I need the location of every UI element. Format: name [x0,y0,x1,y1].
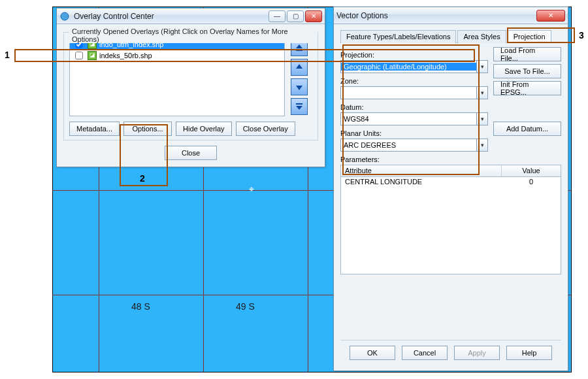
hide-overlay-button[interactable]: Hide Overlay [176,122,232,136]
window-title: Overlay Control Center [74,12,269,21]
titlebar[interactable]: Vector Options ✕ [334,7,568,24]
close-window-button[interactable]: ✕ [536,10,565,22]
cursor-icon: ⌖ [249,184,254,195]
vector-options-window: Vector Options ✕ Feature Types/Labels/El… [333,7,568,371]
overlay-control-window: Overlay Control Center — ▢ ✕ Currently O… [56,8,325,167]
window-title: Vector Options [336,11,536,20]
annotation-number: 2 [140,173,145,184]
annotation-number: 3 [579,30,584,41]
maximize-button[interactable]: ▢ [287,10,304,22]
map-label: 48 S [131,301,150,312]
overlay-name: indeks_50rb.shp [99,52,152,59]
help-button[interactable]: Help [506,346,552,360]
move-down-button[interactable] [291,78,308,95]
projection-combo[interactable]: Geographic (Latitude/Longitude) [340,60,488,73]
parameters-list[interactable]: CENTRAL LONGITUDE 0 [340,176,561,274]
planar-units-value: ARC DEGREES [341,141,476,149]
titlebar[interactable]: Overlay Control Center — ▢ ✕ [57,8,325,24]
tab-feature-types[interactable]: Feature Types/Labels/Elevations [340,30,456,43]
groupbox-legend: Currently Opened Overlays (Right Click o… [69,27,318,43]
dialog-footer: OK Cancel Apply Help [340,340,561,364]
close-dialog-button[interactable]: Close [165,146,217,160]
move-bottom-button[interactable] [291,98,308,115]
svg-point-0 [61,12,69,20]
tab-projection[interactable]: Projection [508,30,551,43]
tab-strip: Feature Types/Labels/Elevations Area Sty… [340,29,561,43]
parameters-header: Attribute Value [340,165,561,176]
chevron-down-icon[interactable] [476,113,487,125]
projection-label: Projection: [340,51,488,59]
layer-icon: ◪ [88,51,97,60]
column-header-attribute[interactable]: Attribute [341,165,502,176]
metadata-button[interactable]: Metadata... [69,122,120,136]
parameters-label: Parameters: [340,156,561,163]
datum-value: WGS84 [341,115,476,123]
cancel-button[interactable]: Cancel [402,346,448,360]
init-from-epsg-button[interactable]: Init From EPSG... [493,81,561,95]
overlay-visible-checkbox[interactable] [75,52,83,59]
close-overlay-button[interactable]: Close Overlay [236,122,295,136]
save-to-file-button[interactable]: Save To File... [493,64,561,78]
annotation-number: 1 [5,50,10,60]
planar-units-label: Planar Units: [340,129,488,137]
chevron-down-icon[interactable] [476,61,487,73]
datum-label: Datum: [340,103,488,111]
overlays-groupbox: Currently Opened Overlays (Right Click o… [63,32,318,140]
minimize-button[interactable]: — [269,10,286,22]
planar-units-combo[interactable]: ARC DEGREES [340,139,488,152]
map-label: 49 S [236,301,255,312]
options-button[interactable]: Options... [123,122,172,136]
zone-label: Zone: [340,77,488,85]
overlay-listbox[interactable]: ◪ indo_utm_index.shp ◪ indeks_50rb.shp [69,38,285,116]
parameter-attribute: CENTRAL LONGITUDE [341,177,502,188]
apply-button: Apply [454,346,500,360]
parameter-row[interactable]: CENTRAL LONGITUDE 0 [341,177,561,188]
chevron-down-icon[interactable] [476,87,487,99]
zone-combo[interactable] [340,86,488,99]
overlay-list-item[interactable]: ◪ indeks_50rb.shp [70,50,284,61]
load-from-file-button[interactable]: Load From File... [493,47,561,61]
datum-combo[interactable]: WGS84 [340,112,488,125]
app-icon [59,11,70,22]
add-datum-button[interactable]: Add Datum... [493,122,561,136]
move-up-button[interactable] [291,59,308,76]
column-header-value[interactable]: Value [502,165,561,176]
tab-area-styles[interactable]: Area Styles [457,30,506,43]
parameter-value: 0 [502,177,561,188]
chevron-down-icon[interactable] [476,139,487,151]
close-window-button[interactable]: ✕ [305,10,322,22]
projection-value: Geographic (Latitude/Longitude) [341,63,476,71]
ok-button[interactable]: OK [350,346,395,360]
